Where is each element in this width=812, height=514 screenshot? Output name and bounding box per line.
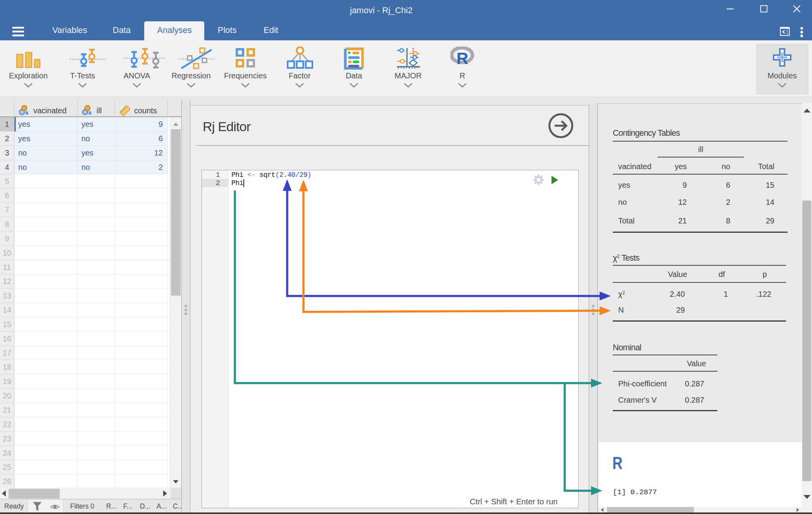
svg-text:a: a <box>25 109 28 116</box>
svg-text:R: R <box>457 49 468 67</box>
svg-text:a: a <box>88 109 91 116</box>
